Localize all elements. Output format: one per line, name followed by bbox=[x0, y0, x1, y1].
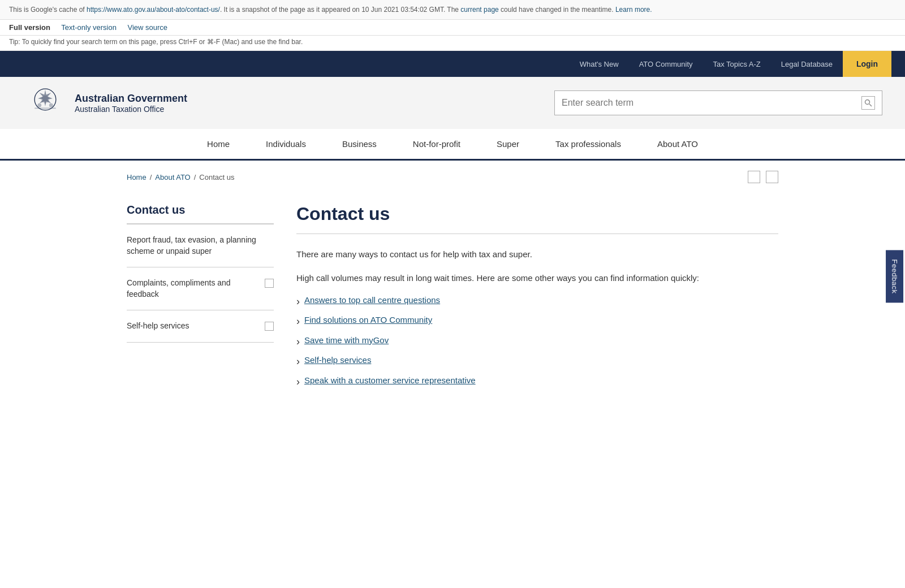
breadcrumb-action-2[interactable] bbox=[766, 171, 778, 183]
version-bar: Full version Text-only version View sour… bbox=[0, 20, 905, 36]
contact-links-list: Answers to top call centre questions Fin… bbox=[296, 295, 778, 388]
logo-area: Australian Government Australian Taxatio… bbox=[23, 86, 187, 120]
sidebar-item-report-fraud[interactable]: Report fraud, tax evasion, a planning sc… bbox=[127, 224, 274, 267]
cache-text: This is Google's cache of bbox=[9, 6, 87, 14]
top-nav-legal-database[interactable]: Legal Database bbox=[771, 51, 843, 77]
svg-point-6 bbox=[865, 100, 870, 105]
top-nav-tax-topics[interactable]: Tax Topics A-Z bbox=[703, 51, 771, 77]
breadcrumb-sep-2: / bbox=[194, 173, 196, 181]
cache-url-link[interactable]: https://www.ato.gov.au/about-ato/contact… bbox=[87, 6, 220, 14]
government-crest-icon bbox=[23, 86, 68, 120]
ato-name: Australian Taxation Office bbox=[75, 105, 187, 114]
link-speak-rep[interactable]: Speak with a customer service representa… bbox=[304, 375, 476, 385]
svg-point-4 bbox=[49, 103, 53, 107]
svg-line-7 bbox=[869, 104, 872, 106]
main-content: Contact us There are many ways to contac… bbox=[296, 204, 778, 395]
sidebar-item-complaints-label: Complaints, compliments and feedback bbox=[127, 278, 260, 300]
search-box[interactable] bbox=[554, 90, 882, 115]
login-button[interactable]: Login bbox=[843, 51, 891, 77]
breadcrumb-home[interactable]: Home bbox=[127, 173, 146, 181]
nav-tax-professionals[interactable]: Tax professionals bbox=[537, 129, 639, 159]
breadcrumb-about-ato[interactable]: About ATO bbox=[155, 173, 190, 181]
nav-business[interactable]: Business bbox=[324, 129, 395, 159]
logo-text: Australian Government Australian Taxatio… bbox=[75, 93, 187, 114]
tip-bar: Tip: To quickly find your search term on… bbox=[0, 36, 905, 51]
top-nav: What's New ATO Community Tax Topics A-Z … bbox=[0, 51, 905, 77]
search-icon bbox=[864, 99, 872, 107]
self-help-checkbox[interactable] bbox=[265, 322, 274, 331]
breadcrumb: Home / About ATO / Contact us bbox=[127, 173, 235, 181]
link-ato-community[interactable]: Find solutions on ATO Community bbox=[304, 315, 432, 325]
list-item-1: Answers to top call centre questions bbox=[296, 295, 778, 308]
current-page-link[interactable]: current page bbox=[460, 6, 498, 14]
sidebar-item-self-help[interactable]: Self-help services bbox=[127, 310, 274, 343]
list-item-2: Find solutions on ATO Community bbox=[296, 315, 778, 328]
breadcrumb-current: Contact us bbox=[199, 173, 234, 181]
search-input[interactable] bbox=[562, 98, 861, 108]
nav-home[interactable]: Home bbox=[189, 129, 248, 159]
nav-about-ato[interactable]: About ATO bbox=[639, 129, 716, 159]
sidebar: Contact us Report fraud, tax evasion, a … bbox=[127, 204, 274, 395]
top-nav-ato-community[interactable]: ATO Community bbox=[629, 51, 703, 77]
link-self-help[interactable]: Self-help services bbox=[304, 355, 371, 365]
breadcrumb-sep-1: / bbox=[150, 173, 152, 181]
nav-not-for-profit[interactable]: Not-for-profit bbox=[395, 129, 479, 159]
sidebar-item-self-help-label: Self-help services bbox=[127, 321, 260, 332]
government-name: Australian Government bbox=[75, 93, 187, 105]
site-header: Australian Government Australian Taxatio… bbox=[0, 77, 905, 129]
sidebar-item-report-fraud-label: Report fraud, tax evasion, a planning sc… bbox=[127, 235, 274, 257]
tip-text: Tip: To quickly find your search term on… bbox=[9, 38, 303, 46]
list-item-4: Self-help services bbox=[296, 355, 778, 368]
svg-point-3 bbox=[37, 103, 41, 107]
complaints-checkbox[interactable] bbox=[265, 279, 274, 288]
page-title: Contact us bbox=[296, 204, 778, 234]
breadcrumb-bar: Home / About ATO / Contact us bbox=[127, 161, 778, 190]
text-only-link[interactable]: Text-only version bbox=[61, 23, 117, 32]
cache-bar: This is Google's cache of https://www.at… bbox=[0, 0, 905, 20]
intro-para-1: There are many ways to contact us for he… bbox=[296, 248, 778, 261]
list-item-3: Save time with myGov bbox=[296, 335, 778, 348]
nav-individuals[interactable]: Individuals bbox=[248, 129, 324, 159]
sidebar-item-complaints[interactable]: Complaints, compliments and feedback bbox=[127, 267, 274, 310]
page-layout: Contact us Report fraud, tax evasion, a … bbox=[127, 190, 778, 409]
list-item-5: Speak with a customer service representa… bbox=[296, 375, 778, 388]
full-version-label: Full version bbox=[9, 23, 50, 32]
top-nav-whats-new[interactable]: What's New bbox=[570, 51, 629, 77]
content-wrapper: Home / About ATO / Contact us Contact us… bbox=[113, 161, 792, 409]
breadcrumb-actions bbox=[748, 171, 778, 183]
intro-para-2: High call volumes may result in long wai… bbox=[296, 271, 778, 285]
main-nav: Home Individuals Business Not-for-profit… bbox=[0, 129, 905, 161]
breadcrumb-action-1[interactable] bbox=[748, 171, 760, 183]
nav-super[interactable]: Super bbox=[479, 129, 537, 159]
feedback-tab[interactable]: Feedback bbox=[886, 250, 903, 302]
sidebar-title: Contact us bbox=[127, 204, 274, 224]
learn-more-link[interactable]: Learn more. bbox=[615, 6, 652, 14]
svg-rect-5 bbox=[35, 108, 56, 109]
search-submit-icon[interactable] bbox=[861, 96, 875, 110]
link-mygov[interactable]: Save time with myGov bbox=[304, 335, 389, 345]
view-source-link[interactable]: View source bbox=[128, 23, 168, 32]
link-top-questions[interactable]: Answers to top call centre questions bbox=[304, 295, 440, 305]
